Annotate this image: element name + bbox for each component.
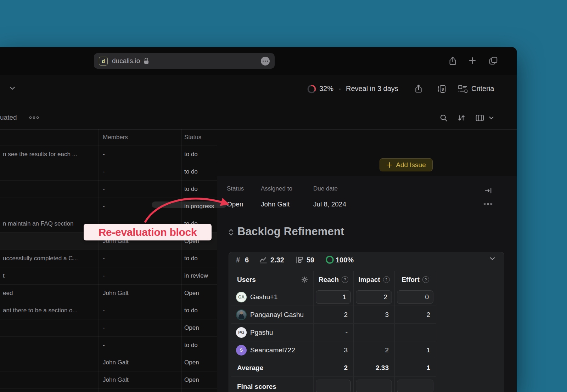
effort-help-icon[interactable]: ? (422, 276, 429, 283)
new-tab-icon[interactable] (468, 56, 477, 65)
impact-score: 3 (385, 311, 389, 319)
reveal-countdown[interactable]: Reveal in 3 days (346, 85, 398, 93)
effort-score: 1 (426, 346, 430, 354)
collapse-panel-icon[interactable] (484, 186, 493, 195)
score-row: GA Gashu+1 (231, 288, 437, 306)
list-more-icon[interactable] (29, 115, 39, 120)
plus-icon (386, 162, 393, 168)
assigned-field-value[interactable]: John Galt (261, 200, 290, 208)
issue-detail-panel: Status Assigned to Due date Open John Ga… (217, 176, 517, 392)
reach-score-input[interactable] (316, 290, 351, 304)
evaluation-card: # 6 2.32 59 100% Users (229, 252, 504, 392)
average-effort: 1 (426, 364, 430, 372)
average-impact: 2.33 (376, 364, 389, 372)
svg-text:8: 8 (442, 87, 444, 91)
lock-icon (144, 57, 149, 64)
search-icon[interactable] (439, 113, 448, 123)
table-row[interactable]: ant there to be a section o...-to do (0, 302, 217, 319)
score-table: Users Reach ? Impact (231, 271, 437, 392)
final-impact-input[interactable] (356, 380, 392, 392)
score-row: S Seancamel722 3 2 1 (231, 341, 437, 359)
due-field-label: Due date (313, 185, 338, 192)
browser-window: d ducalis.io 32% Rev (0, 47, 517, 392)
annotation-arrow (136, 188, 239, 228)
board-collapse-chevron-icon[interactable] (9, 86, 16, 90)
board-title[interactable]: Backlog Refinement (237, 225, 344, 238)
add-issue-button[interactable]: Add Issue (380, 158, 433, 171)
avg-score-icon (259, 256, 268, 264)
browser-chrome: d ducalis.io (0, 47, 517, 75)
score-table-header: Users Reach ? Impact (231, 271, 437, 288)
user-name: Pgashu (250, 329, 273, 336)
reach-help-icon[interactable]: ? (342, 276, 348, 283)
table-row[interactable]: -to do (0, 337, 217, 354)
table-row[interactable]: John GaltOpen (0, 354, 217, 371)
criteria-icon[interactable] (458, 85, 468, 93)
impact-header: Impact (358, 276, 380, 284)
page-menu-icon[interactable] (261, 57, 270, 66)
gear-icon[interactable] (301, 276, 308, 283)
issues-count: 6 (245, 256, 249, 264)
site-favicon: d (99, 57, 108, 66)
final-scores-label: Final scores (237, 383, 276, 391)
reach-score: - (346, 329, 348, 336)
reach-score: 2 (344, 311, 348, 319)
final-effort-input[interactable] (397, 380, 433, 392)
panel-more-icon[interactable] (483, 202, 493, 206)
view-chevron-icon[interactable] (489, 116, 494, 120)
progress-percent: 32% (319, 85, 333, 93)
average-label: Average (237, 364, 263, 372)
score-row: Panganayi Gashu 2 3 2 (231, 306, 437, 324)
table-row[interactable]: n see the results for each ...-to do (0, 146, 217, 163)
browser-share-icon[interactable] (448, 56, 457, 66)
table-row[interactable]: -to do (0, 163, 217, 181)
dot-separator (339, 89, 341, 90)
url-text: ducalis.io (112, 57, 140, 65)
members-column-header[interactable]: Members (98, 134, 181, 141)
cards-stack-icon[interactable]: 8 (437, 84, 447, 94)
avatar: GA (236, 292, 247, 302)
annotation-label: Re-evaluation block (84, 224, 212, 240)
users-header: Users (237, 276, 256, 284)
user-name: Panganayi Gashu (250, 311, 304, 319)
effort-score-input[interactable] (397, 290, 433, 304)
average-row: Average 2 2.33 1 (231, 359, 437, 377)
final-reach-input[interactable] (316, 380, 351, 392)
card-collapse-chevron-icon[interactable] (489, 257, 495, 261)
tabs-overview-icon[interactable] (488, 56, 498, 66)
votes-icon (295, 256, 304, 264)
reach-header: Reach (319, 276, 339, 284)
issues-table-body: n see the results for each ...-to do -to… (0, 146, 217, 389)
table-row[interactable]: eedJohn GaltOpen (0, 285, 217, 302)
effort-score: 2 (426, 311, 430, 319)
sync-board-icon[interactable] (228, 227, 234, 237)
address-bar[interactable]: d ducalis.io (94, 53, 275, 69)
due-field-value[interactable]: Jul 8, 2024 (313, 200, 346, 208)
impact-help-icon[interactable]: ? (383, 276, 390, 283)
evaluated-ring-icon (325, 255, 335, 265)
table-row[interactable]: t-in review (0, 267, 217, 285)
avatar: S (236, 345, 247, 356)
tab-evaluated-truncated[interactable]: uated (0, 114, 17, 121)
evaluated-percent: 100% (336, 256, 354, 264)
add-issue-label: Add Issue (396, 161, 426, 169)
hash-icon: # (236, 256, 240, 264)
avatar-photo (236, 309, 247, 320)
table-row[interactable]: -Open (0, 319, 217, 337)
effort-header: Effort (402, 276, 420, 284)
status-column-header[interactable]: Status (181, 134, 217, 141)
score-row: PG Pgashu - (231, 324, 437, 341)
reach-score: 3 (344, 346, 348, 354)
columns-view-icon[interactable] (475, 114, 484, 122)
share-board-icon[interactable] (414, 84, 423, 94)
avatar: PG (236, 327, 247, 338)
table-row[interactable]: John GaltOpen (0, 371, 217, 389)
criteria-label[interactable]: Criteria (471, 85, 494, 93)
sort-icon[interactable] (457, 113, 466, 123)
user-name: Gashu+1 (250, 293, 278, 301)
avg-score-value: 2.32 (270, 256, 284, 264)
impact-score-input[interactable] (356, 290, 392, 304)
table-row[interactable]: uccessfully completed a C...-to do (0, 250, 217, 267)
final-scores-row: Final scores (231, 377, 437, 392)
assigned-field-label: Assigned to (261, 185, 292, 192)
